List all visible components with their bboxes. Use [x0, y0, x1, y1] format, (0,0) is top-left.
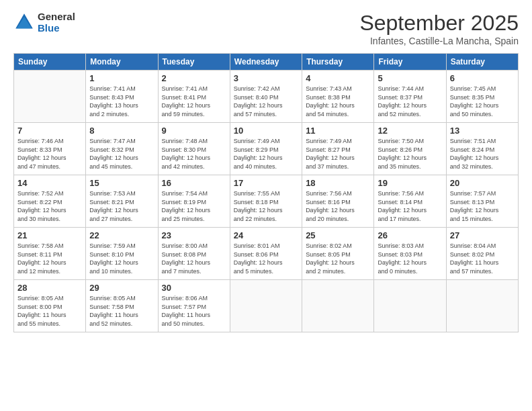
day-cell: 3Sunrise: 7:42 AM Sunset: 8:40 PM Daylig… — [230, 71, 302, 123]
day-cell: 6Sunrise: 7:45 AM Sunset: 8:35 PM Daylig… — [446, 71, 518, 123]
logo: General Blue — [13, 11, 75, 34]
day-number: 14 — [17, 178, 82, 188]
day-cell: 11Sunrise: 7:49 AM Sunset: 8:27 PM Dayli… — [302, 123, 374, 175]
week-row-3: 14Sunrise: 7:52 AM Sunset: 8:22 PM Dayli… — [14, 175, 519, 228]
day-info: Sunrise: 8:06 AM Sunset: 7:57 PM Dayligh… — [162, 294, 226, 328]
day-cell: 15Sunrise: 7:53 AM Sunset: 8:21 PM Dayli… — [86, 175, 158, 228]
page: General Blue September 2025 Infantes, Ca… — [0, 0, 532, 411]
day-cell: 5Sunrise: 7:44 AM Sunset: 8:37 PM Daylig… — [374, 71, 446, 123]
day-cell: 19Sunrise: 7:56 AM Sunset: 8:14 PM Dayli… — [374, 175, 446, 228]
weekday-header-monday: Monday — [86, 54, 158, 71]
title-block: September 2025 Infantes, Castille-La Man… — [359, 11, 519, 46]
week-row-4: 21Sunrise: 7:58 AM Sunset: 8:11 PM Dayli… — [14, 228, 519, 280]
day-cell: 20Sunrise: 7:57 AM Sunset: 8:13 PM Dayli… — [446, 175, 518, 228]
day-info: Sunrise: 7:50 AM Sunset: 8:26 PM Dayligh… — [378, 137, 442, 171]
month-title: September 2025 — [359, 11, 519, 36]
day-number: 6 — [450, 73, 515, 83]
day-info: Sunrise: 8:04 AM Sunset: 8:02 PM Dayligh… — [450, 242, 515, 275]
day-info: Sunrise: 7:42 AM Sunset: 8:40 PM Dayligh… — [234, 85, 298, 118]
day-number: 10 — [234, 126, 298, 136]
day-cell: 26Sunrise: 8:03 AM Sunset: 8:03 PM Dayli… — [374, 228, 446, 280]
day-cell: 14Sunrise: 7:52 AM Sunset: 8:22 PM Dayli… — [14, 175, 86, 228]
day-number: 12 — [378, 126, 442, 136]
day-number: 5 — [378, 73, 442, 83]
calendar: SundayMondayTuesdayWednesdayThursdayFrid… — [13, 53, 519, 332]
day-number: 19 — [378, 178, 442, 188]
day-info: Sunrise: 7:44 AM Sunset: 8:37 PM Dayligh… — [378, 85, 442, 118]
day-info: Sunrise: 7:53 AM Sunset: 8:21 PM Dayligh… — [89, 189, 154, 223]
day-info: Sunrise: 7:45 AM Sunset: 8:35 PM Dayligh… — [450, 85, 515, 118]
day-info: Sunrise: 8:05 AM Sunset: 8:00 PM Dayligh… — [17, 294, 82, 328]
day-cell — [14, 71, 86, 123]
day-info: Sunrise: 7:41 AM Sunset: 8:41 PM Dayligh… — [162, 85, 226, 118]
day-cell: 1Sunrise: 7:41 AM Sunset: 8:43 PM Daylig… — [86, 71, 158, 123]
day-number: 7 — [17, 126, 82, 136]
day-info: Sunrise: 8:02 AM Sunset: 8:05 PM Dayligh… — [306, 242, 370, 275]
weekday-header-thursday: Thursday — [302, 54, 374, 71]
day-info: Sunrise: 7:41 AM Sunset: 8:43 PM Dayligh… — [89, 85, 154, 118]
day-info: Sunrise: 8:01 AM Sunset: 8:06 PM Dayligh… — [234, 242, 298, 275]
week-row-1: 1Sunrise: 7:41 AM Sunset: 8:43 PM Daylig… — [14, 71, 519, 123]
day-number: 17 — [234, 178, 298, 188]
day-number: 9 — [162, 126, 226, 136]
day-info: Sunrise: 7:47 AM Sunset: 8:32 PM Dayligh… — [89, 137, 154, 171]
day-cell: 30Sunrise: 8:06 AM Sunset: 7:57 PM Dayli… — [158, 280, 230, 332]
day-info: Sunrise: 7:52 AM Sunset: 8:22 PM Dayligh… — [17, 189, 82, 223]
day-info: Sunrise: 7:49 AM Sunset: 8:27 PM Dayligh… — [306, 137, 370, 171]
day-info: Sunrise: 7:59 AM Sunset: 8:10 PM Dayligh… — [89, 242, 154, 275]
weekday-header-wednesday: Wednesday — [230, 54, 302, 71]
week-row-2: 7Sunrise: 7:46 AM Sunset: 8:33 PM Daylig… — [14, 123, 519, 175]
day-number: 20 — [450, 178, 515, 188]
day-number: 16 — [162, 178, 226, 188]
weekday-header-friday: Friday — [374, 54, 446, 71]
logo-icon — [13, 11, 35, 33]
day-cell: 4Sunrise: 7:43 AM Sunset: 8:38 PM Daylig… — [302, 71, 374, 123]
day-info: Sunrise: 7:48 AM Sunset: 8:30 PM Dayligh… — [162, 137, 226, 171]
day-cell: 2Sunrise: 7:41 AM Sunset: 8:41 PM Daylig… — [158, 71, 230, 123]
day-cell: 12Sunrise: 7:50 AM Sunset: 8:26 PM Dayli… — [374, 123, 446, 175]
day-cell — [374, 280, 446, 332]
day-cell: 10Sunrise: 7:49 AM Sunset: 8:29 PM Dayli… — [230, 123, 302, 175]
day-info: Sunrise: 8:03 AM Sunset: 8:03 PM Dayligh… — [378, 242, 442, 275]
day-cell: 16Sunrise: 7:54 AM Sunset: 8:19 PM Dayli… — [158, 175, 230, 228]
day-cell: 21Sunrise: 7:58 AM Sunset: 8:11 PM Dayli… — [14, 228, 86, 280]
day-info: Sunrise: 7:58 AM Sunset: 8:11 PM Dayligh… — [17, 242, 82, 275]
svg-marker-1 — [17, 17, 32, 29]
day-info: Sunrise: 7:55 AM Sunset: 8:18 PM Dayligh… — [234, 189, 298, 223]
day-info: Sunrise: 7:54 AM Sunset: 8:19 PM Dayligh… — [162, 189, 226, 223]
day-number: 27 — [450, 230, 515, 240]
day-cell: 9Sunrise: 7:48 AM Sunset: 8:30 PM Daylig… — [158, 123, 230, 175]
weekday-header-sunday: Sunday — [14, 54, 86, 71]
day-number: 22 — [89, 230, 154, 240]
day-number: 1 — [89, 73, 154, 83]
day-cell: 18Sunrise: 7:56 AM Sunset: 8:16 PM Dayli… — [302, 175, 374, 228]
day-cell: 27Sunrise: 8:04 AM Sunset: 8:02 PM Dayli… — [446, 228, 518, 280]
weekday-header-saturday: Saturday — [446, 54, 518, 71]
day-info: Sunrise: 7:49 AM Sunset: 8:29 PM Dayligh… — [234, 137, 298, 171]
day-number: 30 — [162, 283, 226, 293]
day-number: 11 — [306, 126, 370, 136]
header: General Blue September 2025 Infantes, Ca… — [13, 11, 519, 46]
day-number: 26 — [378, 230, 442, 240]
day-cell: 29Sunrise: 8:05 AM Sunset: 7:58 PM Dayli… — [86, 280, 158, 332]
day-number: 2 — [162, 73, 226, 83]
day-cell: 7Sunrise: 7:46 AM Sunset: 8:33 PM Daylig… — [14, 123, 86, 175]
day-cell: 25Sunrise: 8:02 AM Sunset: 8:05 PM Dayli… — [302, 228, 374, 280]
day-number: 25 — [306, 230, 370, 240]
day-cell: 24Sunrise: 8:01 AM Sunset: 8:06 PM Dayli… — [230, 228, 302, 280]
day-number: 3 — [234, 73, 298, 83]
day-cell: 28Sunrise: 8:05 AM Sunset: 8:00 PM Dayli… — [14, 280, 86, 332]
day-cell — [446, 280, 518, 332]
location-subtitle: Infantes, Castille-La Mancha, Spain — [359, 36, 519, 46]
day-cell: 13Sunrise: 7:51 AM Sunset: 8:24 PM Dayli… — [446, 123, 518, 175]
day-info: Sunrise: 7:57 AM Sunset: 8:13 PM Dayligh… — [450, 189, 515, 223]
day-cell: 8Sunrise: 7:47 AM Sunset: 8:32 PM Daylig… — [86, 123, 158, 175]
day-number: 24 — [234, 230, 298, 240]
day-number: 18 — [306, 178, 370, 188]
day-number: 23 — [162, 230, 226, 240]
weekday-header-row: SundayMondayTuesdayWednesdayThursdayFrid… — [14, 54, 519, 71]
day-info: Sunrise: 8:05 AM Sunset: 7:58 PM Dayligh… — [89, 294, 154, 328]
day-number: 13 — [450, 126, 515, 136]
week-row-5: 28Sunrise: 8:05 AM Sunset: 8:00 PM Dayli… — [14, 280, 519, 332]
day-info: Sunrise: 7:56 AM Sunset: 8:14 PM Dayligh… — [378, 189, 442, 223]
